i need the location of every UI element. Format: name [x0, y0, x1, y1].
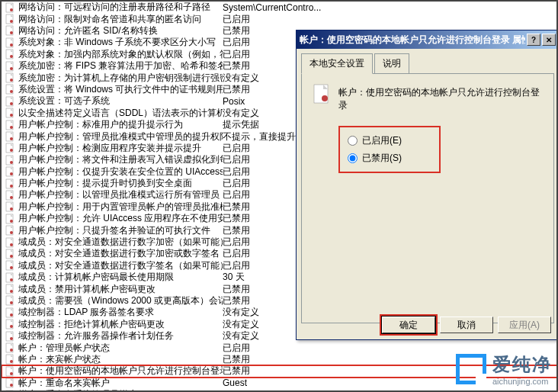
svg-point-17: [10, 102, 13, 105]
svg-point-7: [10, 43, 13, 47]
svg-point-35: [10, 207, 13, 210]
svg-point-39: [10, 231, 13, 234]
policy-icon: [5, 354, 15, 365]
policy-name: 帐户：重命名系统管理员帐户: [18, 388, 223, 392]
policy-icon: [5, 166, 15, 177]
ok-button[interactable]: 确定: [382, 316, 435, 333]
apply-button: 应用(A): [498, 316, 551, 333]
policy-icon: [5, 225, 15, 236]
policy-icon: [5, 131, 15, 142]
policy-icon: [5, 14, 15, 24]
svg-point-31: [10, 185, 13, 188]
tab-local-security[interactable]: 本地安全设置: [301, 53, 373, 74]
policy-value: Posix: [223, 96, 245, 107]
radio-disabled[interactable]: 已禁用(S): [348, 149, 431, 167]
svg-point-1: [10, 8, 13, 11]
svg-point-19: [10, 114, 13, 117]
svg-point-55: [10, 325, 13, 328]
svg-point-23: [10, 137, 13, 140]
policy-icon: [5, 25, 15, 36]
svg-point-47: [10, 278, 13, 281]
policy-icon: [5, 37, 15, 48]
svg-point-43: [10, 255, 13, 258]
svg-point-15: [10, 90, 13, 93]
svg-point-27: [10, 161, 13, 164]
policy-title-text: 帐户：使用空密码的本地帐户只允许进行控制台登录: [338, 83, 544, 112]
policy-header: 帐户：使用空密码的本地帐户只允许进行控制台登录: [311, 83, 544, 112]
policy-document-icon: [311, 83, 332, 104]
policy-icon: [5, 214, 15, 224]
svg-point-37: [10, 220, 13, 223]
policy-value: Guest: [223, 378, 247, 388]
watermark: 爱纯净 aichunjing.com: [456, 352, 552, 386]
tab-explain[interactable]: 说明: [374, 53, 409, 73]
radio-enabled-label: 已启用(E): [362, 134, 402, 147]
policy-icon: [5, 190, 15, 201]
policy-icon: [5, 84, 15, 95]
svg-point-11: [10, 67, 13, 70]
tabs: 本地安全设置 说明: [297, 49, 558, 73]
policy-icon: [5, 378, 15, 388]
policy-icon: [5, 120, 15, 130]
policy-row[interactable]: 帐户：重命名系统管理员帐户Administrator: [2, 389, 558, 392]
svg-point-65: [10, 384, 13, 387]
policy-row[interactable]: 网络访问：可远程访问的注册表册路径和子路径System\CurrentContr…: [2, 2, 558, 13]
tab-panel: 帐户：使用空密码的本地帐户只允许进行控制台登录 已启用(E) 已禁用(S): [301, 73, 554, 323]
policy-icon: [5, 61, 15, 72]
radio-disabled-label: 已禁用(S): [362, 152, 402, 165]
help-button[interactable]: ?: [527, 34, 540, 46]
svg-point-69: [322, 95, 328, 101]
policy-icon: [5, 331, 15, 342]
svg-point-45: [10, 266, 13, 269]
policy-icon: [5, 342, 15, 353]
svg-point-29: [10, 172, 13, 175]
policy-value: 已禁用: [223, 83, 250, 96]
policy-icon: [5, 2, 15, 13]
policy-icon: [5, 307, 15, 318]
policy-icon: [5, 201, 15, 212]
policy-icon: [5, 143, 15, 153]
policy-icon: [5, 96, 15, 107]
svg-point-9: [10, 55, 13, 58]
svg-point-49: [10, 290, 13, 293]
radio-enabled[interactable]: 已启用(E): [348, 132, 431, 149]
svg-point-63: [10, 372, 13, 375]
svg-point-61: [10, 360, 13, 363]
policy-icon: [5, 260, 15, 271]
svg-point-3: [10, 20, 13, 23]
policy-icon: [5, 366, 15, 377]
svg-point-59: [10, 349, 13, 352]
cancel-button[interactable]: 取消: [440, 316, 493, 333]
policy-icon: [5, 72, 15, 83]
radio-enabled-input[interactable]: [348, 136, 358, 146]
watermark-cn: 爱纯净: [492, 354, 552, 374]
policy-icon: [5, 295, 15, 306]
svg-point-51: [10, 301, 13, 304]
policy-icon: [5, 49, 15, 59]
svg-point-13: [10, 79, 13, 82]
policy-value: 已禁用: [223, 365, 250, 378]
svg-point-41: [10, 243, 13, 246]
radio-group: 已启用(E) 已禁用(S): [340, 127, 439, 172]
radio-disabled-input[interactable]: [348, 153, 358, 163]
policy-value: System\CurrentContro...: [223, 2, 321, 13]
policy-icon: [5, 155, 15, 165]
watermark-en: aichunjing.com: [492, 377, 552, 386]
dialog-title: 帐户：使用空密码的本地帐户只允许进行控制台登录 属性: [300, 34, 525, 47]
policy-icon: [5, 249, 15, 259]
policy-icon: [5, 390, 15, 392]
svg-point-5: [10, 31, 13, 34]
properties-dialog: 帐户：使用空密码的本地帐户只允许进行控制台登录 属性 ? ✕ 本地安全设置 说明…: [296, 30, 558, 340]
svg-point-53: [10, 313, 13, 316]
policy-icon: [5, 272, 15, 283]
policy-row[interactable]: 网络访问：限制对命名管道和共享的匿名访问已启用: [2, 13, 558, 24]
policy-icon: [5, 108, 15, 118]
policy-icon: [5, 284, 15, 294]
dialog-buttons: 确定 取消 应用(A): [382, 316, 551, 333]
titlebar[interactable]: 帐户：使用空密码的本地帐户只允许进行控制台登录 属性 ? ✕: [297, 31, 558, 49]
policy-icon: [5, 237, 15, 248]
policy-icon: [5, 319, 15, 329]
close-button[interactable]: ✕: [542, 34, 556, 46]
policy-value: Administrator: [223, 390, 277, 392]
svg-point-21: [10, 126, 13, 129]
